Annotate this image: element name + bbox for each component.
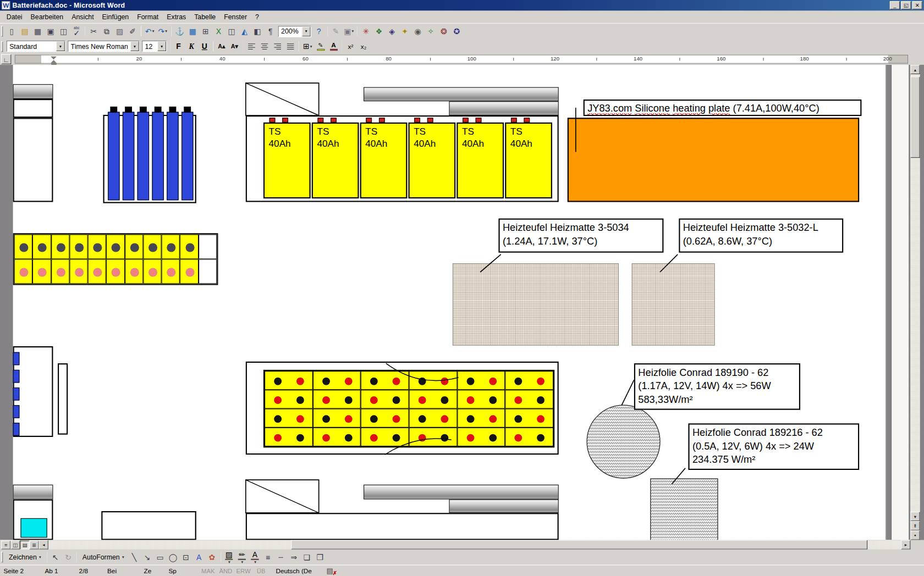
terminal-grid-cell[interactable] bbox=[505, 371, 553, 390]
arrow-style-button[interactable]: ⇒ bbox=[287, 551, 300, 563]
edit-picture-button[interactable]: ✎ bbox=[329, 25, 343, 37]
menu-item-extras[interactable]: Extras bbox=[163, 12, 190, 22]
chevron-down-icon[interactable]: ▾ bbox=[157, 41, 166, 51]
open-button[interactable]: ▤ bbox=[18, 25, 31, 37]
grow-font-button[interactable]: A▴ bbox=[215, 40, 228, 52]
print-button[interactable]: ▣ bbox=[44, 25, 57, 37]
toolbar-drag-handle[interactable] bbox=[1, 26, 3, 36]
blue-battery-bar[interactable] bbox=[108, 112, 119, 201]
status-mode-erw[interactable]: ERW bbox=[234, 567, 252, 574]
ruler[interactable]: ∟ 20406080100120140160180200 bbox=[0, 54, 924, 65]
blue-battery-bar[interactable] bbox=[182, 112, 193, 201]
blue-battery-bar[interactable] bbox=[152, 112, 163, 201]
close-button[interactable]: ✕ bbox=[912, 1, 922, 9]
outline-view-button[interactable]: ≣ bbox=[30, 541, 39, 550]
shrink-font-button[interactable]: A▾ bbox=[228, 40, 241, 52]
dash-style-button[interactable]: ┄ bbox=[274, 551, 288, 563]
terminal-strip-cell[interactable] bbox=[106, 234, 124, 259]
blue-battery-bar[interactable] bbox=[123, 112, 134, 201]
terminal-strip-cell[interactable] bbox=[32, 234, 51, 259]
wordart-button[interactable]: A bbox=[193, 551, 206, 563]
oval-button[interactable]: ◯ bbox=[167, 551, 180, 563]
status-mode-b[interactable]: ÜB bbox=[252, 567, 270, 574]
toolbar-drag-handle[interactable] bbox=[1, 552, 3, 562]
terminal-grid-cell[interactable] bbox=[265, 371, 312, 390]
copy-button[interactable]: ⧉ bbox=[100, 25, 113, 37]
terminal-strip-cell[interactable] bbox=[180, 259, 198, 284]
heizfolie1-callout[interactable]: Heizfolie Conrad 189190 - 62(1.17A, 12V,… bbox=[634, 363, 800, 410]
restore-button[interactable]: ◱ bbox=[901, 1, 911, 9]
menu-item-datei[interactable]: Datei bbox=[2, 12, 26, 22]
terminal-strip-cell[interactable] bbox=[180, 234, 198, 259]
battery-terminal-grid[interactable] bbox=[263, 370, 554, 447]
battery-cell[interactable]: TS40Ah bbox=[263, 123, 311, 198]
menu-item-fenster[interactable]: Fenster bbox=[220, 12, 251, 22]
terminal-strip-cell[interactable] bbox=[14, 259, 32, 284]
scroll-left-button[interactable]: ◂ bbox=[39, 540, 48, 550]
terminal-strip-cell[interactable] bbox=[69, 234, 87, 259]
terminal-strip-cell[interactable] bbox=[69, 259, 87, 284]
custom-button-1[interactable]: ✳ bbox=[360, 25, 373, 37]
enclosure-box[interactable] bbox=[13, 118, 53, 202]
battery-cell[interactable]: TS40Ah bbox=[409, 123, 456, 198]
terminal-grid-cell[interactable] bbox=[409, 371, 457, 390]
cylinder-bar[interactable] bbox=[364, 485, 559, 500]
select-browse-object-button[interactable]: ● bbox=[910, 530, 920, 540]
heizfolie2-callout[interactable]: Heizfolie Conrad 189216 - 62(0.5A, 12V, … bbox=[688, 423, 859, 470]
heating-foil-square[interactable] bbox=[651, 479, 718, 540]
terminal-strip-cell[interactable] bbox=[51, 234, 69, 259]
horizontal-scroll-track[interactable] bbox=[48, 540, 901, 550]
cylinder-bar[interactable] bbox=[364, 87, 559, 102]
undo-button[interactable]: ↶▾ bbox=[143, 25, 156, 37]
drawing-button[interactable]: ◭ bbox=[238, 25, 251, 37]
menu-item-tabelle[interactable]: Tabelle bbox=[190, 12, 220, 22]
enclosure-box[interactable] bbox=[13, 99, 53, 118]
fill-color-button[interactable]: ▨▾ bbox=[223, 551, 236, 563]
heating-mat-2[interactable] bbox=[632, 263, 715, 346]
font-combo[interactable]: Times New Roman ▾ bbox=[68, 41, 140, 52]
terminal-grid-cell[interactable] bbox=[313, 371, 361, 390]
chevron-down-icon[interactable]: ▾ bbox=[56, 41, 65, 51]
format-painter-button[interactable]: ✐ bbox=[126, 25, 139, 37]
new-document-button[interactable]: ▯ bbox=[6, 25, 19, 37]
battery-cell[interactable]: TS40Ah bbox=[312, 123, 359, 198]
terminal-grid-cell[interactable] bbox=[361, 428, 409, 446]
toolbar-drag-handle[interactable] bbox=[1, 41, 3, 51]
normal-view-button[interactable]: ≡ bbox=[1, 541, 10, 550]
terminal-strip-cell[interactable] bbox=[88, 234, 106, 259]
enclosure-box[interactable] bbox=[13, 500, 53, 540]
show-paragraph-button[interactable]: ¶ bbox=[264, 25, 277, 37]
terminal-grid-cell[interactable] bbox=[313, 409, 361, 428]
vertical-scroll-track[interactable] bbox=[910, 74, 920, 512]
terminal-grid-cell[interactable] bbox=[457, 390, 505, 408]
blue-battery-bar[interactable] bbox=[138, 112, 149, 201]
terminal-grid-cell[interactable] bbox=[265, 428, 312, 446]
zoom-combo[interactable]: 200%▾ bbox=[278, 26, 311, 37]
scroll-up-button[interactable]: ▴ bbox=[910, 65, 920, 74]
custom-button-4[interactable]: ✦ bbox=[398, 25, 411, 37]
tab-selector-button[interactable]: ∟ bbox=[1, 54, 11, 64]
spelling-button[interactable]: abc✓ bbox=[70, 25, 84, 37]
menu-item--[interactable]: ? bbox=[251, 12, 263, 22]
cyan-panel[interactable] bbox=[21, 518, 47, 538]
draw-menu-button[interactable]: Zeichnen▾ bbox=[6, 551, 45, 563]
font-color-button[interactable]: A bbox=[327, 40, 340, 52]
terminal-grid-cell[interactable] bbox=[265, 390, 312, 408]
terminal-strip-cell[interactable] bbox=[143, 259, 161, 284]
custom-button-5[interactable]: ◉ bbox=[411, 25, 425, 37]
cylinder-bar[interactable] bbox=[13, 485, 53, 500]
autoshapes-menu-button[interactable]: AutoFormen▾ bbox=[79, 551, 128, 563]
heizmatte2-callout[interactable]: Heizteufel Heizmatte 3-5032-L(0.62A, 8.6… bbox=[679, 219, 843, 253]
vertical-scrollbar[interactable]: ▴ ▾ ⇞ ● ⇟ bbox=[910, 65, 920, 540]
vertical-scroll-thumb[interactable] bbox=[910, 76, 920, 158]
menu-item-bearbeiten[interactable]: Bearbeiten bbox=[26, 12, 68, 22]
cylinder-bar[interactable] bbox=[449, 101, 558, 115]
wedge-shape[interactable] bbox=[246, 480, 319, 513]
help-button[interactable]: ? bbox=[312, 25, 326, 37]
horizontal-ruler[interactable]: 20406080100120140160180200 bbox=[15, 55, 908, 64]
terminal-strip-cell[interactable] bbox=[51, 259, 69, 284]
terminal-grid-cell[interactable] bbox=[505, 409, 553, 428]
terminal-strip-cell[interactable] bbox=[125, 259, 143, 284]
image-control-button[interactable]: ▣▾ bbox=[343, 25, 356, 37]
italic-button[interactable]: K bbox=[185, 40, 198, 52]
